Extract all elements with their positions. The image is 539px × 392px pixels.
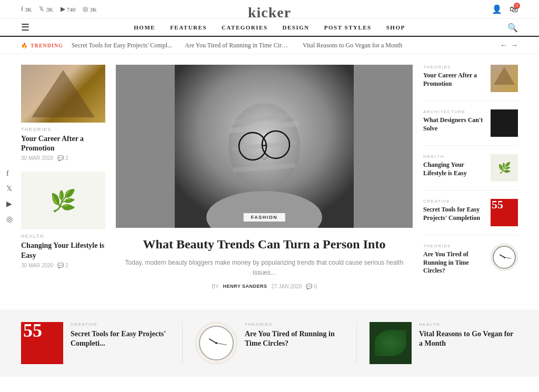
hamburger-menu[interactable]: ☰: [21, 22, 29, 33]
bottom-red-thumb: [21, 322, 63, 364]
feature-image-wrap: FASHION: [116, 65, 413, 228]
right-cat-3: HEALTH: [423, 154, 485, 159]
facebook-social[interactable]: f 3K: [21, 5, 32, 13]
fire-icon: 🔥: [21, 43, 28, 48]
feature-author[interactable]: HENRY SANDERS: [223, 284, 267, 289]
vertical-social: f 𝕏 ▶ ◎: [6, 169, 13, 223]
search-icon[interactable]: 🔍: [507, 23, 518, 33]
right-title-1[interactable]: Your Career After a Promotion: [423, 72, 485, 88]
clock-thumb: [491, 244, 518, 271]
feature-excerpt: Today, modern beauty bloggers make money…: [116, 258, 413, 278]
trending-prev[interactable]: ←: [500, 41, 507, 49]
top-bar: f 3K 𝕏 3K ▶ 740 ◎ 3K kicker 👤 🛍 0: [0, 0, 539, 19]
feature-meta: BY HENRY SANDERS 27 JAN 2020 💬 0: [116, 284, 413, 289]
instagram-icon: ◎: [83, 5, 88, 13]
vertical-youtube-icon[interactable]: ▶: [6, 199, 13, 208]
twitter-icon: 𝕏: [39, 5, 44, 13]
left-comment-1: 💬 2: [57, 155, 68, 161]
bottom-card-1: CREATIVE Secret Tools for Easy Projects'…: [21, 322, 183, 364]
feature-date: 27 JAN 2020: [272, 284, 302, 289]
cart-icon[interactable]: 🛍 0: [510, 5, 518, 14]
bottom-thumb-1: [21, 322, 63, 364]
left-thumb-1: [21, 65, 105, 123]
bottom-cat-3: HEALTH: [419, 322, 518, 327]
feature-by: BY: [212, 284, 218, 289]
right-thumb-5: [491, 244, 518, 271]
right-title-5[interactable]: Are You Tired of Running in Time Circles…: [423, 250, 485, 275]
instagram-social[interactable]: ◎ 3K: [83, 5, 96, 13]
main-content: THEORIES Your Career After a Promotion 3…: [0, 54, 539, 304]
right-title-4[interactable]: Secret Tools for Easy Projects' Completi…: [423, 206, 485, 222]
vertical-twitter-icon[interactable]: 𝕏: [6, 184, 13, 193]
youtube-count: 740: [67, 6, 76, 13]
right-article-4: CREATIVE Secret Tools for Easy Projects'…: [423, 199, 518, 235]
right-title-3[interactable]: Changing Your Lifestyle is Easy: [423, 161, 485, 177]
trending-bar: 🔥 TRENDING Secret Tools for Easy Project…: [0, 37, 539, 54]
facebook-icon: f: [21, 5, 23, 13]
nav-home[interactable]: HOME: [134, 24, 155, 31]
youtube-icon: ▶: [61, 5, 65, 13]
left-sidebar: THEORIES Your Career After a Promotion 3…: [21, 65, 105, 294]
right-cat-1: THEORIES: [423, 65, 485, 69]
left-date-1: 30 MAR 2020: [21, 155, 53, 161]
trending-items: Secret Tools for Easy Projects' Compl...…: [72, 42, 492, 49]
feature-comments: 💬 0: [306, 284, 316, 289]
left-article-2: 🌿 HEALTH Changing Your Lifestyle is Easy…: [21, 172, 105, 268]
right-sidebar: THEORIES Your Career After a Promotion A…: [423, 65, 518, 294]
left-meta-2: 30 MAR 2020 💬 2: [21, 263, 105, 268]
comment-icon: 💬: [57, 155, 64, 161]
bottom-card-2: THEORIES Are You Tired of Running in Tim…: [195, 322, 357, 364]
twitter-social[interactable]: 𝕏 3K: [39, 5, 53, 13]
bottom-title-1[interactable]: Secret Tools for Easy Projects' Completi…: [71, 329, 169, 348]
right-cat-4: CREATIVE: [423, 199, 485, 204]
facebook-count: 3K: [25, 6, 32, 13]
clock-hour-2: [209, 338, 217, 344]
feature-image[interactable]: FASHION: [116, 65, 413, 228]
left-title-2[interactable]: Changing Your Lifestyle is Easy: [21, 241, 105, 260]
left-title-1[interactable]: Your Career After a Promotion: [21, 134, 105, 153]
trending-item-2[interactable]: Are You Tired of Running in Time Circl..…: [185, 42, 290, 49]
comment-icon-2: 💬: [57, 263, 64, 268]
right-article-2: ARCHITECTURE What Designers Can't Solve: [423, 109, 518, 146]
bottom-cards-wrap: CREATIVE Secret Tools for Easy Projects'…: [21, 322, 518, 364]
trending-item-3[interactable]: Vital Reasons to Go Vegan for a Month: [303, 42, 402, 49]
bottom-cat-2: THEORIES: [245, 322, 344, 327]
nav-categories[interactable]: CATEGORIES: [222, 24, 268, 31]
bottom-title-3[interactable]: Vital Reasons to Go Vegan for a Month: [419, 329, 518, 348]
clock-minute-hand: [504, 257, 511, 259]
right-cat-5: THEORIES: [423, 244, 485, 248]
black-thumb: [491, 109, 518, 137]
plant-thumb: 🌿: [21, 172, 105, 229]
feature-content: What Beauty Trends Can Turn a Person Int…: [116, 228, 413, 294]
bottom-card-3: HEALTH Vital Reasons to Go Vegan for a M…: [370, 322, 518, 364]
right-title-2[interactable]: What Designers Can't Solve: [423, 116, 485, 133]
bottom-cards: CREATIVE Secret Tools for Easy Projects'…: [21, 322, 518, 364]
feature-svg: [116, 65, 413, 228]
instagram-count: 3K: [89, 6, 96, 13]
nav-bar: ☰ HOME FEATURES CATEGORIES DESIGN POST S…: [0, 19, 539, 37]
trending-arrows: ← →: [500, 41, 518, 49]
bottom-thumb-3: [370, 322, 412, 364]
plant-icon: 🌿: [50, 188, 76, 213]
bottom-title-2[interactable]: Are You Tired of Running in Time Circles…: [245, 329, 344, 348]
twitter-count: 3K: [46, 6, 53, 13]
nav-features[interactable]: FEATURES: [170, 24, 207, 31]
vertical-facebook-icon[interactable]: f: [6, 169, 13, 177]
feature-title[interactable]: What Beauty Trends Can Turn a Person Int…: [116, 236, 413, 253]
user-icon[interactable]: 👤: [492, 4, 502, 14]
trending-item-1[interactable]: Secret Tools for Easy Projects' Compl...: [72, 42, 172, 49]
bottom-section: CREATIVE Secret Tools for Easy Projects'…: [0, 309, 539, 377]
nav-shop[interactable]: SHOP: [386, 24, 405, 31]
left-cat-1: THEORIES: [21, 127, 105, 132]
nav-post-styles[interactable]: POST STYLES: [324, 24, 372, 31]
nav-design[interactable]: DESIGN: [283, 24, 310, 31]
right-article-3: HEALTH Changing Your Lifestyle is Easy 🌿: [423, 154, 518, 190]
red-thumb: [491, 199, 518, 226]
right-cat-2: ARCHITECTURE: [423, 109, 485, 114]
right-thumb-1: [491, 65, 518, 92]
vertical-instagram-icon[interactable]: ◎: [6, 214, 13, 223]
clock-face: [493, 246, 516, 269]
youtube-social[interactable]: ▶ 740: [61, 5, 76, 13]
trending-next[interactable]: →: [511, 41, 518, 49]
bottom-clock-thumb: [195, 322, 237, 364]
